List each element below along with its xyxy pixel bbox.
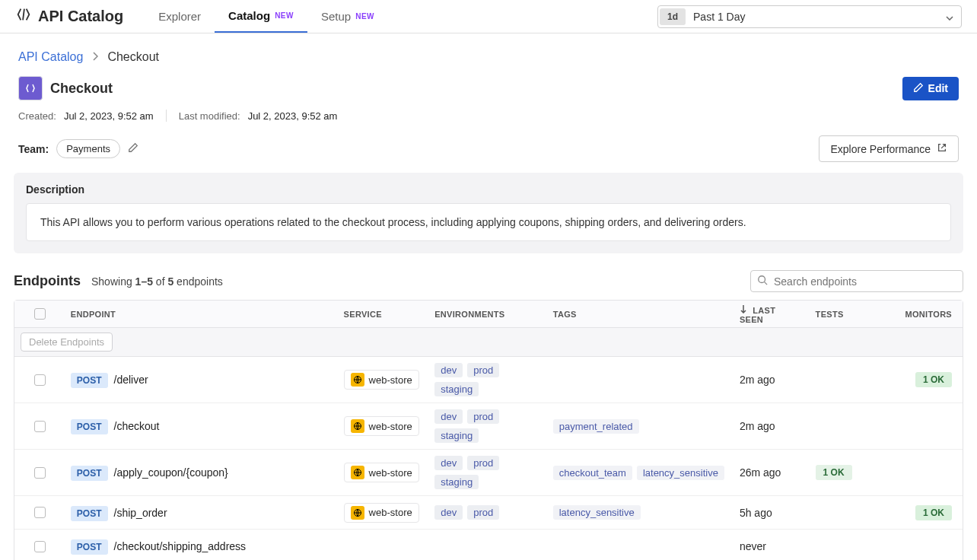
service-cell: web-store (336, 457, 428, 488)
endpoint-path: /apply_coupon/{coupon} (114, 466, 228, 479)
env-pill[interactable]: prod (467, 363, 499, 377)
monitor-status-pill[interactable]: 1 OK (915, 505, 952, 520)
endpoint-cell: POST/checkout/shipping_address (63, 534, 336, 558)
endpoint-path: /checkout (114, 420, 160, 432)
table-row[interactable]: POST/ship_orderweb-storedevprodlatency_s… (14, 496, 963, 530)
pencil-icon[interactable] (128, 142, 138, 155)
select-all-checkbox[interactable] (18, 302, 63, 326)
globe-icon (351, 506, 364, 520)
monitors-cell (891, 420, 959, 432)
service-pill[interactable]: web-store (344, 370, 419, 390)
table-header: ENDPOINT SERVICE ENVIRONMENTS TAGS LAST … (14, 301, 963, 328)
created-value: Jul 2, 2023, 9:52 am (64, 110, 154, 122)
tags-cell: latency_sensitive (546, 499, 732, 526)
env-pill[interactable]: dev (434, 363, 463, 377)
tags-cell: checkout_teamlatency_sensitive (546, 460, 732, 486)
monitors-cell: 1 OK (891, 366, 959, 393)
env-pill[interactable]: prod (467, 409, 499, 424)
env-pill[interactable]: staging (434, 428, 479, 443)
tag-pill[interactable]: latency_sensitive (553, 505, 641, 520)
method-pill: POST (71, 506, 108, 521)
endpoint-path: /ship_order (114, 507, 167, 519)
env-pill[interactable]: staging (434, 475, 479, 489)
edit-button[interactable]: Edit (902, 77, 959, 100)
environments-cell: devprod (427, 499, 546, 526)
last-seen-cell: 2m ago (732, 414, 808, 438)
new-badge: NEW (275, 11, 294, 20)
tab-explorer[interactable]: Explorer (145, 0, 215, 33)
service-pill[interactable]: web-store (344, 463, 419, 482)
test-status-pill[interactable]: 1 OK (816, 465, 852, 480)
method-pill: POST (71, 539, 108, 555)
row-checkbox[interactable] (18, 461, 63, 485)
svg-point-0 (759, 276, 765, 283)
tests-cell (808, 507, 892, 519)
env-pill[interactable]: dev (434, 409, 463, 424)
col-environments[interactable]: ENVIRONMENTS (427, 304, 546, 325)
tag-pill[interactable]: checkout_team (553, 466, 632, 480)
delete-endpoints-button[interactable]: Delete Endpoints (21, 332, 113, 352)
timeframe-selector[interactable]: 1d Past 1 Day (657, 5, 962, 28)
app-title: API Catalog (38, 8, 123, 25)
chevron-down-icon (946, 11, 959, 23)
explore-performance-button[interactable]: Explore Performance (819, 135, 959, 162)
table-row[interactable]: POST/checkoutweb-storedevprodstagingpaym… (14, 403, 963, 450)
modified-label: Last modified: (179, 110, 240, 122)
table-row[interactable]: POST/checkout/shipping_addressnever (14, 530, 963, 560)
search-input[interactable] (774, 275, 956, 288)
delete-row: Delete Endpoints (14, 328, 963, 357)
method-pill: POST (71, 466, 108, 481)
environments-cell (427, 540, 546, 552)
tag-pill[interactable]: payment_related (553, 419, 639, 434)
env-pill[interactable]: dev (434, 505, 463, 520)
tab-catalog[interactable]: CatalogNEW (215, 0, 307, 33)
search-icon (757, 275, 768, 288)
api-group-icon (18, 76, 43, 100)
last-seen-cell: never (732, 534, 808, 558)
endpoints-table: ENDPOINT SERVICE ENVIRONMENTS TAGS LAST … (14, 300, 963, 560)
page-header: Checkout Edit (0, 70, 977, 103)
breadcrumb-root[interactable]: API Catalog (18, 50, 83, 64)
service-pill[interactable]: web-store (344, 416, 419, 436)
row-checkbox[interactable] (18, 535, 63, 558)
col-tags[interactable]: TAGS (546, 304, 732, 325)
tests-cell (808, 540, 892, 552)
nav-tabs: ExplorerCatalogNEWSetupNEW (145, 0, 388, 33)
top-nav: API Catalog ExplorerCatalogNEWSetupNEW 1… (0, 0, 977, 33)
col-last-seen[interactable]: LAST SEEN (732, 298, 808, 330)
tab-setup[interactable]: SetupNEW (307, 0, 388, 33)
last-seen-cell: 2m ago (732, 368, 808, 392)
col-monitors[interactable]: MONITORS (891, 304, 959, 325)
table-row[interactable]: POST/apply_coupon/{coupon}web-storedevpr… (14, 450, 963, 496)
endpoints-title: Endpoints (14, 273, 81, 289)
tag-pill[interactable]: latency_sensitive (637, 466, 724, 480)
service-cell: web-store (336, 364, 428, 396)
tags-cell: payment_related (546, 413, 732, 440)
col-service[interactable]: SERVICE (336, 304, 428, 325)
row-checkbox[interactable] (18, 368, 63, 392)
api-icon (15, 6, 32, 27)
col-endpoint[interactable]: ENDPOINT (63, 304, 336, 325)
env-pill[interactable]: prod (467, 456, 499, 470)
service-name: web-store (369, 507, 412, 518)
env-pill[interactable]: prod (467, 505, 499, 520)
row-checkbox[interactable] (18, 415, 63, 438)
table-row[interactable]: POST/deliverweb-storedevprodstaging2m ag… (14, 357, 963, 403)
method-pill: POST (71, 419, 108, 434)
col-tests[interactable]: TESTS (808, 304, 892, 325)
description-body: This API allows you to perform various o… (26, 203, 951, 241)
monitor-status-pill[interactable]: 1 OK (915, 372, 952, 387)
env-pill[interactable]: staging (434, 382, 479, 396)
team-pill[interactable]: Payments (56, 139, 120, 158)
endpoint-cell: POST/checkout (63, 414, 336, 438)
external-link-icon (937, 142, 947, 155)
row-checkbox[interactable] (18, 501, 63, 524)
service-pill[interactable]: web-store (344, 503, 419, 523)
tab-label: Setup (321, 10, 351, 23)
env-pill[interactable]: dev (434, 456, 463, 470)
search-endpoints[interactable] (750, 270, 963, 292)
last-seen-cell: 26m ago (732, 460, 808, 485)
tests-cell (808, 420, 892, 432)
description-card: Description This API allows you to perfo… (14, 173, 963, 253)
edit-button-label: Edit (928, 82, 948, 94)
